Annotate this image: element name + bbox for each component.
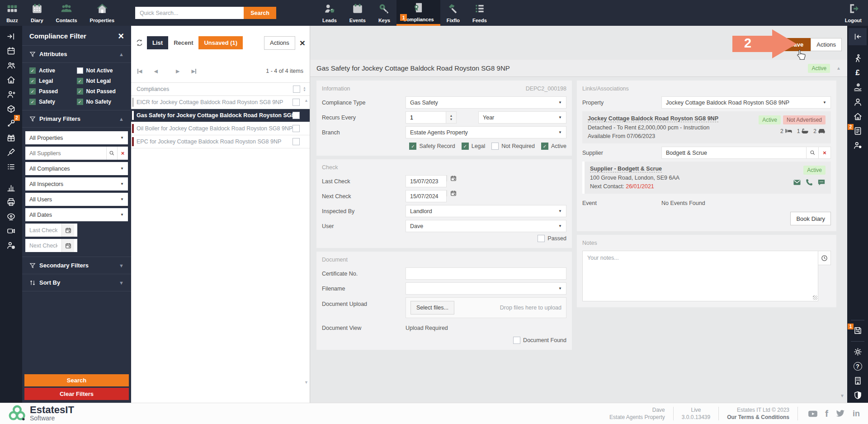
row-checkbox[interactable] [292, 125, 300, 132]
expand-panel-icon[interactable] [4, 29, 19, 43]
select-all-checkbox[interactable] [293, 86, 300, 93]
legal-checkbox[interactable]: Legal [462, 143, 486, 150]
branch-dropdown[interactable]: Estate Agents Property▼ [406, 126, 566, 138]
row-checkbox[interactable] [292, 112, 300, 119]
list-item-oil-boiler[interactable]: Oil Boiler for Jockey Cottage Baldock Ro… [131, 122, 310, 135]
walking-person-icon[interactable] [850, 52, 865, 65]
filter-close-icon[interactable]: × [118, 33, 124, 40]
certificate-no-input[interactable] [406, 267, 566, 280]
list-item-gas-safety[interactable]: Gas Safety for Jockey Cottage Baldock Ro… [131, 109, 310, 122]
quick-search-button[interactable]: Search [244, 7, 276, 19]
detail-scroll-down-icon[interactable]: ▼ [840, 393, 844, 398]
checkbox[interactable] [29, 67, 36, 74]
person-add-icon[interactable] [4, 87, 19, 101]
row-checkbox[interactable] [292, 99, 300, 106]
not-required-checkbox[interactable]: Not Required [491, 143, 535, 150]
filter-search-button[interactable]: Search [24, 374, 129, 386]
list-actions-button[interactable]: Actions [264, 36, 295, 50]
refresh-icon[interactable] [136, 39, 143, 47]
property-link[interactable]: Jockey Cottage Baldock Road Royston SG8 … [588, 115, 718, 122]
nav-logout[interactable]: Logout [839, 0, 868, 26]
save-disk-icon[interactable]: 1 [850, 324, 865, 337]
prev-page-icon[interactable]: ◀ [154, 68, 157, 74]
secondary-filters-header[interactable]: Secondary Filters ▼ [22, 257, 131, 274]
calendar-icon[interactable] [447, 175, 459, 181]
nav-compliances[interactable]: 1 Compliances [396, 0, 440, 26]
clear-filters-button[interactable]: Clear Filters [24, 388, 129, 400]
person-icon[interactable] [850, 95, 865, 109]
filter-check-not-passed[interactable]: Not Passed [77, 88, 124, 95]
nav-events[interactable]: Events [343, 0, 372, 26]
sort-arrows-icon[interactable]: ▲▼ [303, 86, 306, 92]
pound-icon[interactable]: £ [850, 66, 865, 80]
archive-box-icon[interactable] [4, 102, 19, 115]
nav-fixflo[interactable]: Fixflo [440, 0, 466, 26]
last-check-date-input[interactable] [406, 175, 447, 187]
recurs-every-input[interactable] [406, 111, 446, 124]
shield-icon[interactable] [850, 388, 865, 402]
suppliers-input[interactable] [25, 147, 106, 160]
list-item-epc[interactable]: EPC for Jockey Cottage Baldock Road Roys… [131, 135, 310, 148]
attributes-section-header[interactable]: Attributes ▲ [22, 45, 131, 63]
properties-home-icon[interactable] [4, 73, 19, 86]
all-compliances-dropdown[interactable]: All Compliances▼ [25, 162, 128, 175]
linkedin-icon[interactable]: in [853, 409, 860, 419]
filter-check-not-active[interactable]: Not Active [77, 67, 124, 74]
nav-contacts[interactable]: Contacts [50, 0, 84, 26]
search-icon[interactable] [806, 147, 818, 158]
next-check-input[interactable] [25, 239, 61, 252]
filter-check-legal[interactable]: Legal [29, 78, 77, 84]
calendar-icon[interactable] [61, 239, 74, 252]
person-gear-icon[interactable] [4, 238, 19, 252]
filter-check-passed[interactable]: Passed [29, 88, 77, 95]
checkbox[interactable] [77, 88, 83, 95]
all-inspectors-dropdown[interactable]: All Inspectors▼ [25, 177, 128, 191]
diary-calendar-icon[interactable] [4, 44, 19, 57]
checkbox[interactable] [77, 78, 83, 84]
filename-dropdown[interactable]: ▼ [406, 282, 566, 295]
book-diary-button[interactable]: Book Diary [790, 212, 831, 225]
inspected-by-dropdown[interactable]: Landlord▼ [406, 205, 566, 217]
column-header-compliances[interactable]: Compliances [137, 86, 293, 92]
resize-handle[interactable] [813, 295, 817, 300]
checkbox[interactable] [77, 99, 83, 105]
safety-record-checkbox[interactable]: Safety Record [409, 143, 455, 150]
clear-icon[interactable]: × [818, 147, 830, 158]
nav-properties[interactable]: Properties [84, 0, 121, 26]
checkbox[interactable] [29, 78, 36, 84]
bar-chart-icon[interactable] [4, 181, 19, 194]
search-icon[interactable] [106, 147, 117, 160]
printer-icon[interactable] [4, 195, 19, 209]
number-spinner[interactable]: ▲▼ [446, 111, 457, 124]
supplier-input[interactable] [662, 147, 806, 158]
tab-unsaved[interactable]: Unsaved (1) [198, 36, 243, 49]
nav-feeds[interactable]: Feeds [466, 0, 493, 26]
detail-actions-button[interactable]: Actions [811, 38, 842, 51]
nav-keys[interactable]: Keys [372, 0, 396, 26]
row-checkbox[interactable] [292, 138, 300, 145]
supplier-link[interactable]: Supplier - Bodgett & Scrue [590, 166, 662, 172]
checkbox[interactable] [77, 67, 83, 74]
list-scroll-down-icon[interactable]: ▼ [304, 380, 308, 385]
terms-link[interactable]: Our Terms & Conditions [727, 414, 789, 420]
filter-check-active[interactable]: Active [29, 67, 77, 74]
select-files-button[interactable]: Select files... [410, 301, 454, 314]
twitter-icon[interactable] [835, 410, 845, 418]
first-page-icon[interactable]: ◀ [137, 68, 142, 74]
clear-icon[interactable]: × [117, 147, 128, 160]
building-icon[interactable] [850, 374, 865, 387]
next-check-date-input[interactable] [406, 190, 447, 202]
sort-by-header[interactable]: Sort By ▼ [22, 274, 131, 291]
filter-check-not-legal[interactable]: Not Legal [77, 78, 124, 84]
tab-list[interactable]: List [147, 36, 168, 49]
video-camera-icon[interactable] [4, 224, 19, 238]
contacts-icon[interactable] [4, 58, 19, 72]
list-scroll-up-icon[interactable]: ▲ [304, 98, 308, 103]
documents-icon[interactable]: 2 [850, 124, 865, 138]
calendar-icon[interactable] [447, 190, 459, 196]
quick-search-input[interactable] [135, 7, 244, 19]
next-page-icon[interactable]: ▶ [176, 68, 179, 74]
package-icon[interactable] [4, 131, 19, 144]
list-item-eicr[interactable]: EICR for Jockey Cottage Baldock Road Roy… [131, 96, 310, 109]
filter-check-no-safety[interactable]: No Safety [77, 99, 124, 105]
